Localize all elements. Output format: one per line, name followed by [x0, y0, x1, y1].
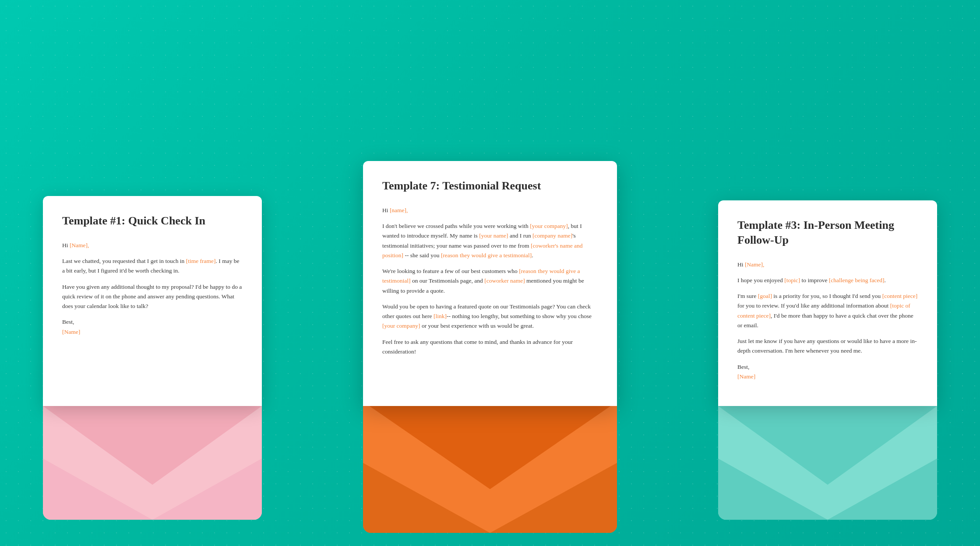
body4-center: Feel free to ask any questions that come…	[382, 337, 598, 357]
envelope-body-left	[43, 406, 262, 520]
main-scene: Template #1: Quick Check In Hi [Name], L…	[0, 0, 980, 546]
envelope-tri-bl-center	[363, 463, 490, 533]
template-title-left: Template #1: Quick Check In	[62, 214, 243, 228]
envelope-body-center	[363, 402, 617, 533]
envelope-right: Template #3: In-Person Meeting Follow-Up…	[705, 200, 950, 520]
template-title-right: Template #3: In-Person Meeting Follow-Up	[737, 218, 918, 248]
closing-right: Best, [Name]	[737, 362, 918, 382]
body2-right: I'm sure [goal] is a priority for you, s…	[737, 291, 918, 330]
envelope-tri-br-center	[490, 463, 617, 533]
closing-left: Best, [Name]	[62, 317, 243, 337]
envelope-center: Template 7: Testimonial Request Hi [name…	[354, 161, 626, 533]
paper-center: Template 7: Testimonial Request Hi [name…	[363, 161, 617, 406]
envelope-body-right	[718, 406, 937, 520]
envelope-left: Template #1: Quick Check In Hi [Name], L…	[30, 196, 275, 520]
body3-center: Would you be open to having a featured q…	[382, 302, 598, 331]
paper-right: Template #3: In-Person Meeting Follow-Up…	[718, 200, 937, 406]
greeting-center: Hi [name],	[382, 206, 598, 215]
body2-left: Have you given any additional thought to…	[62, 282, 243, 312]
envelope-tri-bl-left	[43, 458, 152, 520]
body2-center: We're looking to feature a few of our be…	[382, 266, 598, 296]
template-title-center: Template 7: Testimonial Request	[382, 178, 598, 193]
envelope-tri-br-left	[152, 458, 262, 520]
body3-right: Just let me know if you have any questio…	[737, 336, 918, 356]
envelope-tri-bl-right	[718, 458, 828, 520]
body1-center: I don't believe we crossed paths while y…	[382, 221, 598, 260]
paper-left: Template #1: Quick Check In Hi [Name], L…	[43, 196, 262, 406]
envelope-tri-br-right	[828, 458, 937, 520]
body1-right: I hope you enjoyed [topic] to improve [c…	[737, 276, 918, 285]
greeting-left: Hi [Name],	[62, 241, 243, 250]
greeting-right: Hi [Name],	[737, 260, 918, 270]
body1-left: Last we chatted, you requested that I ge…	[62, 256, 243, 276]
